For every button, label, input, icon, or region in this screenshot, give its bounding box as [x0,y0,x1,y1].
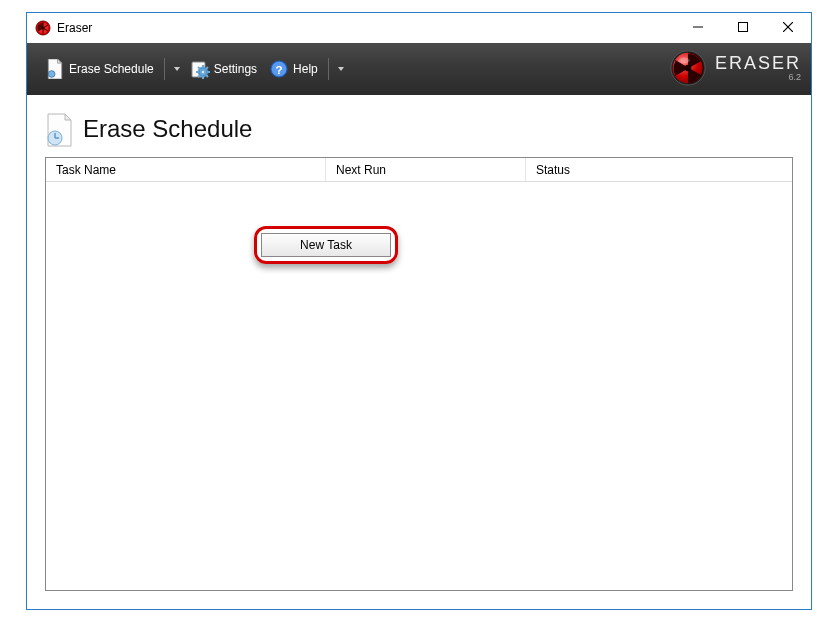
highlight-ring: New Task [254,226,398,264]
brand-logo-icon [669,49,707,87]
svg-point-5 [42,27,45,30]
column-next-run[interactable]: Next Run [326,158,526,181]
brand-version: 6.2 [788,73,801,82]
column-status[interactable]: Status [526,158,792,181]
svg-point-10 [48,71,55,78]
svg-rect-7 [738,23,747,32]
svg-point-18 [201,71,204,74]
close-button[interactable] [765,13,811,41]
svg-point-24 [685,65,692,72]
document-icon [45,59,65,79]
brand: ERASER 6.2 [669,49,801,87]
settings-button[interactable]: Settings [184,55,263,83]
minimize-button[interactable] [675,13,720,41]
page-title: Erase Schedule [83,115,252,143]
app-icon [35,20,51,36]
separator [164,58,165,80]
svg-point-25 [678,58,689,64]
erase-schedule-menu[interactable]: Erase Schedule [39,55,160,83]
chevron-down-icon [338,67,344,71]
table-body[interactable]: New Task [46,182,792,590]
gear-icon [190,59,210,79]
help-menu[interactable]: ? Help [263,55,324,83]
chevron-down-icon [174,67,180,71]
page-header: Erase Schedule [45,113,793,145]
new-task-button[interactable]: New Task [261,233,391,257]
table-header: Task Name Next Run Status [46,158,792,182]
erase-schedule-label: Erase Schedule [69,62,154,76]
content-area: Erase Schedule Task Name Next Run Status… [27,95,811,609]
document-clock-icon [45,113,73,145]
maximize-button[interactable] [720,13,765,41]
help-label: Help [293,62,318,76]
column-task-name[interactable]: Task Name [46,158,326,181]
app-window: Eraser [26,12,812,610]
new-task-highlight: New Task [254,226,398,264]
titlebar: Eraser [27,13,811,43]
brand-name: ERASER [715,54,801,72]
window-title: Eraser [57,21,675,35]
toolbar: Erase Schedule [27,43,811,95]
erase-schedule-dropdown[interactable] [169,63,184,75]
help-dropdown[interactable] [333,63,348,75]
separator [328,58,329,80]
schedule-table: Task Name Next Run Status New Task [45,157,793,591]
svg-text:?: ? [276,63,283,76]
help-icon: ? [269,59,289,79]
window-controls [675,13,811,43]
settings-label: Settings [214,62,257,76]
